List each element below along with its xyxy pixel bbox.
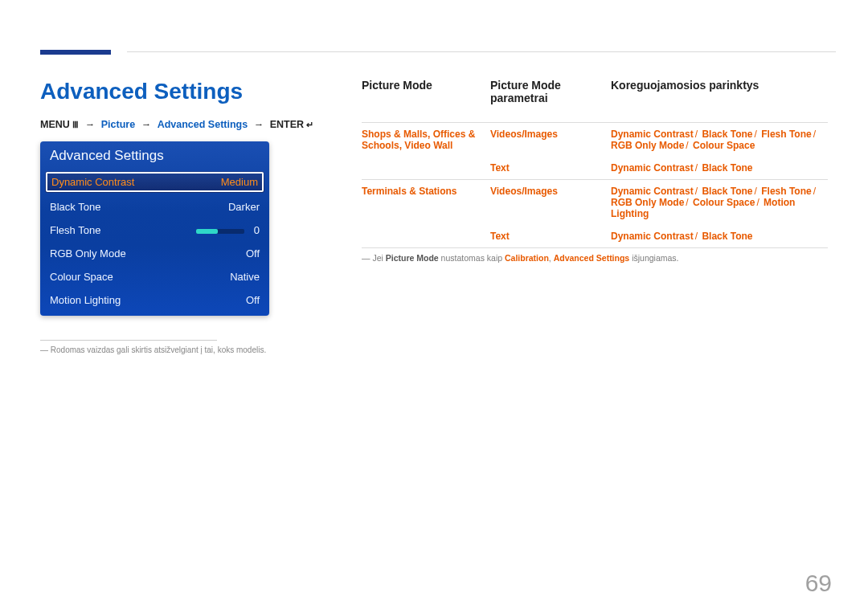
osd-value: Native — [230, 271, 260, 283]
osd-label: Flesh Tone — [50, 224, 100, 236]
cell-param: Videos/Images — [490, 186, 558, 197]
bc-enter: ENTER — [270, 119, 304, 130]
osd-header: Advanced Settings — [40, 141, 269, 169]
page-number: 69 — [805, 570, 832, 597]
osd-label: Motion Lighting — [50, 294, 121, 306]
osd-row-flesh-tone[interactable]: Flesh Tone 0 — [40, 219, 269, 242]
options-table: Picture Mode Picture Mode parametrai Kor… — [362, 79, 828, 248]
osd-row-dynamic-contrast[interactable]: Dynamic Contrast Medium — [45, 171, 264, 193]
left-divider — [40, 340, 217, 341]
osd-row-black-tone[interactable]: Black Tone Darker — [40, 195, 269, 219]
table-row: Shops & Malls, Offices & Schools, Video … — [362, 123, 828, 157]
top-divider — [127, 51, 836, 52]
opt: Flesh Tone — [761, 129, 811, 140]
note-text: nustatomas kaip — [439, 253, 505, 263]
th-options: Koreguojamosios parinktys — [611, 79, 828, 104]
table-row: Text Dynamic Contrast/ Black Tone — [362, 225, 828, 247]
osd-label: Dynamic Contrast — [51, 176, 134, 188]
note-orange: Calibration — [505, 253, 549, 263]
osd-value: Off — [246, 247, 260, 260]
osd-row-rgb-only[interactable]: RGB Only Mode Off — [40, 242, 269, 265]
osd-value: Darker — [228, 201, 260, 213]
table-row: Terminals & Stations Videos/Images Dynam… — [362, 180, 828, 225]
opt: Black Tone — [702, 186, 752, 197]
th-picture-mode-params: Picture Mode parametrai — [490, 79, 611, 104]
arrow-icon: → — [82, 119, 99, 130]
note-orange: Advanced Settings — [554, 253, 630, 263]
opt: Dynamic Contrast — [611, 129, 694, 140]
enter-icon: ↵ — [306, 120, 313, 129]
left-footnote: Rodomas vaizdas gali skirtis atsižvelgia… — [40, 345, 330, 354]
bc-menu: MENU — [40, 119, 70, 130]
osd-value: Off — [246, 294, 260, 306]
osd-value: Medium — [221, 176, 258, 188]
osd-label: Colour Space — [50, 271, 113, 283]
arrow-icon: → — [138, 119, 155, 130]
opt: Black Tone — [702, 129, 752, 140]
accent-bar — [40, 50, 111, 55]
note-bold: Picture Mode — [386, 253, 439, 263]
opt: Black Tone — [702, 231, 752, 242]
opt: RGB Only Mode — [611, 197, 684, 208]
opt: Colour Space — [693, 197, 755, 208]
th-picture-mode: Picture Mode — [362, 79, 490, 104]
cell-options: Dynamic Contrast/ Black Tone/ Flesh Tone… — [611, 186, 828, 219]
osd-label: Black Tone — [50, 201, 100, 213]
table-row: Text Dynamic Contrast/ Black Tone — [362, 157, 828, 179]
opt: Colour Space — [693, 140, 755, 151]
table-header: Picture Mode Picture Mode parametrai Kor… — [362, 79, 828, 122]
osd-row-motion-lighting[interactable]: Motion Lighting Off — [40, 288, 269, 316]
note-text: išjungiamas. — [629, 253, 678, 263]
breadcrumb: MENU Ⅲ → Picture → Advanced Settings → E… — [40, 119, 330, 130]
osd-panel: Advanced Settings Dynamic Contrast Mediu… — [40, 141, 269, 316]
opt: Flesh Tone — [761, 186, 811, 197]
note-text: Jei — [372, 253, 385, 263]
table-divider — [362, 247, 828, 248]
cell-param: Text — [490, 231, 510, 242]
bc-picture: Picture — [101, 119, 135, 130]
flesh-tone-slider[interactable] — [196, 229, 244, 234]
arrow-icon: → — [251, 119, 268, 130]
opt: Dynamic Contrast — [611, 186, 694, 197]
cell-options: Dynamic Contrast/ Black Tone — [611, 231, 828, 242]
opt: Dynamic Contrast — [611, 162, 694, 174]
page-title: Advanced Settings — [40, 79, 330, 104]
opt: RGB Only Mode — [611, 140, 684, 151]
opt: Dynamic Contrast — [611, 231, 694, 242]
cell-picture-mode: Shops & Malls, Offices & Schools, Video … — [362, 129, 475, 151]
bc-advanced: Advanced Settings — [158, 119, 248, 130]
opt: Black Tone — [702, 162, 752, 174]
menu-grid-icon: Ⅲ — [72, 120, 79, 129]
osd-row-colour-space[interactable]: Colour Space Native — [40, 265, 269, 288]
cell-options: Dynamic Contrast/ Black Tone/ Flesh Tone… — [611, 129, 828, 151]
cell-param: Text — [490, 162, 510, 174]
osd-label: RGB Only Mode — [50, 247, 126, 260]
cell-picture-mode: Terminals & Stations — [362, 186, 457, 197]
calibration-note: Jei Picture Mode nustatomas kaip Calibra… — [362, 253, 828, 263]
cell-options: Dynamic Contrast/ Black Tone — [611, 162, 828, 174]
osd-value: 0 — [254, 224, 260, 236]
cell-param: Videos/Images — [490, 129, 558, 140]
